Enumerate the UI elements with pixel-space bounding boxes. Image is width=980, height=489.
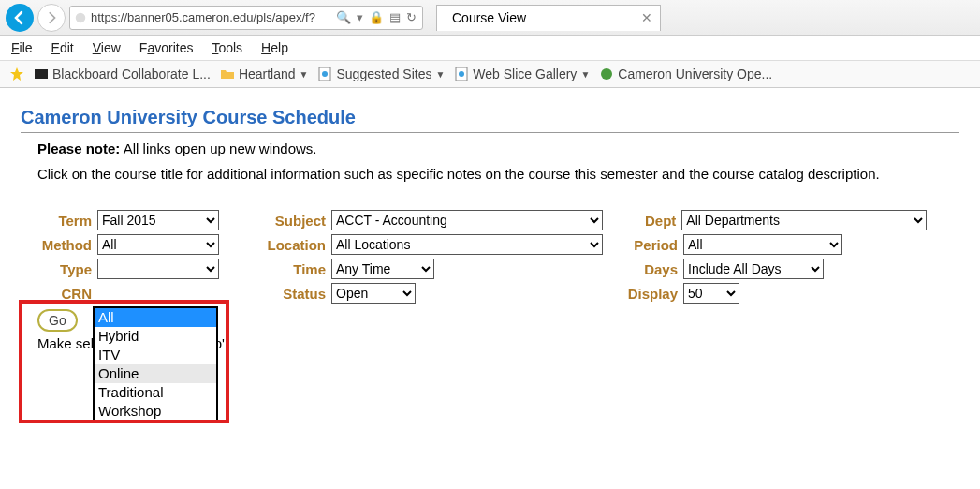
menu-bar: File Edit View Favorites Tools Help (0, 36, 980, 60)
svg-point-7 (459, 71, 464, 77)
bookmarks-bar: Blackboard Collaborate L... Heartland ▼ … (0, 60, 980, 88)
chevron-down-icon: ▼ (300, 69, 309, 80)
favorites-star-icon[interactable] (9, 67, 24, 82)
menu-view[interactable]: View (93, 40, 121, 55)
chevron-down-icon: ▼ (580, 69, 590, 80)
folder-icon (220, 67, 235, 82)
filter-subject: Subject ACCT - Accounting (262, 210, 618, 230)
bookmark-label: Suggested Sites (336, 67, 431, 82)
menu-tools[interactable]: Tools (212, 40, 242, 55)
crn-label: CRN (37, 286, 92, 302)
horizontal-rule (21, 132, 959, 133)
filter-period: Period All (627, 234, 927, 255)
filter-type: Type (37, 259, 253, 279)
page-title: Cameron University Course Schedule (21, 107, 959, 128)
bookmark-suggested[interactable]: Suggested Sites ▼ (317, 67, 445, 82)
bookmark-label: Web Slice Gallery (473, 67, 577, 82)
method-option-online[interactable]: Online (95, 364, 216, 370)
display-label: Display (627, 286, 678, 302)
svg-point-8 (601, 68, 612, 80)
bookmark-webslice[interactable]: Web Slice Gallery ▼ (454, 67, 590, 82)
filter-days: Days Include All Days (627, 259, 927, 279)
term-label: Term (37, 213, 92, 229)
method-option-all[interactable]: All (95, 308, 216, 327)
browser-tab[interactable]: Course View ✕ (436, 5, 661, 31)
period-label: Period (627, 237, 678, 253)
method-option-itv[interactable]: ITV (95, 346, 216, 364)
location-label: Location (262, 237, 326, 253)
term-select[interactable]: Fall 2015 (97, 210, 219, 230)
filter-display: Display 50 (627, 283, 927, 304)
bookmark-heartland[interactable]: Heartland ▼ (220, 67, 309, 82)
note-label: Please note: (37, 141, 120, 156)
filter-method: Method All (37, 234, 253, 255)
time-label: Time (262, 261, 326, 277)
display-select[interactable]: 50 (683, 283, 739, 304)
method-dropdown-open[interactable]: All Hybrid ITV Online Traditional Worksh… (93, 306, 218, 370)
dropdown-icon[interactable]: ▾ (355, 10, 365, 24)
cameron-icon (599, 67, 614, 82)
chevron-down-icon: ▼ (435, 69, 445, 80)
dept-label: Dept (627, 213, 676, 229)
method-option-hybrid[interactable]: Hybrid (95, 327, 216, 346)
dept-select[interactable]: All Departments (681, 210, 927, 230)
url-input[interactable] (89, 9, 332, 25)
ie-page-icon (317, 67, 332, 82)
bookmark-cameron[interactable]: Cameron University Ope... (599, 67, 772, 82)
menu-edit[interactable]: Edit (51, 40, 74, 55)
subject-label: Subject (262, 213, 326, 229)
address-bar[interactable]: 🔍 ▾ 🔒 ▤ ↻ (69, 6, 423, 30)
filter-status: Status Open (262, 283, 618, 304)
days-select[interactable]: Include All Days (683, 259, 824, 279)
note-line: Please note: All links open up new windo… (37, 141, 959, 156)
bookmark-label: Heartland (239, 67, 296, 82)
type-select[interactable] (97, 259, 219, 279)
filter-crn: CRN (37, 286, 253, 302)
subtext: Click on the course title for additional… (37, 166, 959, 182)
location-select[interactable]: All Locations (331, 234, 603, 255)
note-text: All links open up new windows. (120, 141, 316, 156)
browser-nav-bar: 🔍 ▾ 🔒 ▤ ↻ Course View ✕ (0, 0, 980, 36)
filter-time: Time Any Time (262, 259, 618, 279)
bookmark-label: Blackboard Collaborate L... (52, 67, 211, 82)
method-select[interactable]: All (97, 234, 219, 255)
method-label: Method (37, 237, 92, 253)
svg-point-5 (322, 71, 328, 77)
svg-rect-3 (35, 69, 48, 79)
filter-grid: Term Fall 2015 Subject ACCT - Accounting… (37, 210, 959, 304)
time-select[interactable]: Any Time (331, 259, 434, 279)
tab-title: Course View (452, 10, 526, 25)
subject-select[interactable]: ACCT - Accounting (331, 210, 603, 230)
menu-favorites[interactable]: Favorites (139, 40, 194, 55)
svg-marker-2 (10, 67, 23, 81)
menu-file[interactable]: File (11, 40, 33, 55)
lock-icon: 🔒 (367, 10, 386, 24)
filter-location: Location All Locations (262, 234, 618, 255)
go-button[interactable]: Go (37, 309, 78, 332)
period-select[interactable]: All (683, 234, 842, 255)
menu-help[interactable]: Help (261, 40, 288, 55)
days-label: Days (627, 261, 678, 277)
site-icon (74, 11, 87, 24)
type-label: Type (37, 261, 92, 277)
compat-icon[interactable]: ▤ (388, 10, 402, 24)
bookmark-blackboard[interactable]: Blackboard Collaborate L... (34, 67, 211, 82)
svg-point-0 (76, 12, 86, 22)
tab-close-icon[interactable]: ✕ (641, 10, 652, 25)
filter-term: Term Fall 2015 (37, 210, 253, 230)
ie-page-icon (454, 67, 469, 82)
forward-button[interactable] (37, 4, 66, 32)
blackboard-icon (34, 67, 49, 82)
search-icon[interactable]: 🔍 (334, 10, 353, 24)
bookmark-label: Cameron University Ope... (618, 67, 772, 82)
back-button[interactable] (6, 4, 34, 32)
status-select[interactable]: Open (331, 283, 416, 304)
refresh-icon[interactable]: ↻ (404, 10, 418, 24)
filter-dept: Dept All Departments (627, 210, 927, 230)
status-label: Status (262, 286, 326, 302)
